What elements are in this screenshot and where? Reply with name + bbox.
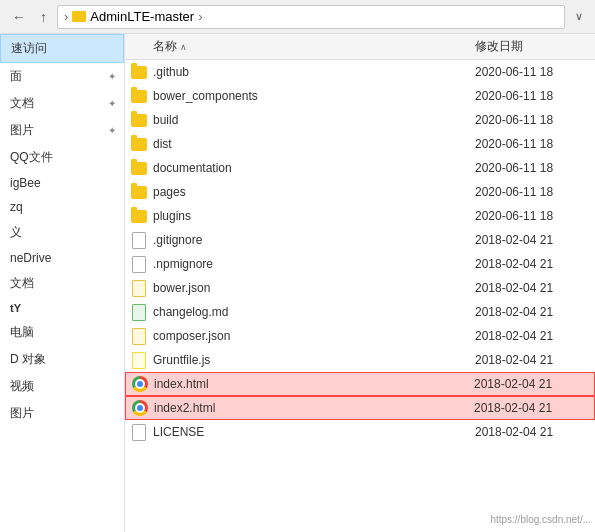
pin-icon: ✦ xyxy=(108,71,116,82)
sidebar-item-desktop[interactable]: 面 ✦ xyxy=(0,63,124,90)
sidebar-item-label: 视频 xyxy=(10,378,34,395)
sidebar-item-label: igBee xyxy=(10,176,41,190)
file-date: 2018-02-04 21 xyxy=(475,353,595,367)
up-button[interactable]: ↑ xyxy=(36,7,51,27)
gitignore-icon xyxy=(132,232,146,249)
col-name-header[interactable]: 名称 ∧ xyxy=(125,38,475,55)
sidebar-item-label: 图片 xyxy=(10,405,34,422)
file-date: 2018-02-04 21 xyxy=(474,377,594,391)
composer-json-icon xyxy=(132,328,146,345)
file-icon-area xyxy=(125,328,153,345)
file-name: .github xyxy=(153,65,475,79)
sidebar-item-docs2[interactable]: 文档 xyxy=(0,270,124,297)
folder-icon xyxy=(131,114,147,127)
table-row[interactable]: build 2020-06-11 18 xyxy=(125,108,595,132)
file-icon-area xyxy=(125,138,153,151)
file-name: bower.json xyxy=(153,281,475,295)
file-icon-area xyxy=(125,186,153,199)
table-row[interactable]: .npmignore 2018-02-04 21 xyxy=(125,252,595,276)
file-icon-area xyxy=(125,114,153,127)
table-row[interactable]: documentation 2020-06-11 18 xyxy=(125,156,595,180)
dropdown-button[interactable]: ∨ xyxy=(571,8,587,25)
file-icon-area xyxy=(125,304,153,321)
top-bar: ← ↑ › AdminLTE-master › ∨ xyxy=(0,0,595,34)
sidebar-item-bigbee[interactable]: igBee xyxy=(0,171,124,195)
sidebar-item-video[interactable]: 视频 xyxy=(0,373,124,400)
table-row[interactable]: dist 2020-06-11 18 xyxy=(125,132,595,156)
file-icon-area xyxy=(125,352,153,369)
table-row[interactable]: LICENSE 2018-02-04 21 xyxy=(125,420,595,444)
file-date: 2020-06-11 18 xyxy=(475,65,595,79)
file-name: .npmignore xyxy=(153,257,475,271)
file-date: 2020-06-11 18 xyxy=(475,161,595,175)
breadcrumb-separator: › xyxy=(64,9,68,24)
file-name: plugins xyxy=(153,209,475,223)
file-date: 2018-02-04 21 xyxy=(475,257,595,271)
file-icon-area xyxy=(125,162,153,175)
table-row[interactable]: index2.html 2018-02-04 21 xyxy=(125,396,595,420)
sidebar-item-ty[interactable]: tY xyxy=(0,297,124,319)
sidebar-item-label: 文档 xyxy=(10,95,34,112)
folder-icon xyxy=(131,66,147,79)
file-date: 2018-02-04 21 xyxy=(475,233,595,247)
file-name: pages xyxy=(153,185,475,199)
table-row[interactable]: pages 2020-06-11 18 xyxy=(125,180,595,204)
table-row[interactable]: bower_components 2020-06-11 18 xyxy=(125,84,595,108)
sidebar-item-label: 图片 xyxy=(10,122,34,139)
bower-json-icon xyxy=(132,280,146,297)
table-row[interactable]: plugins 2020-06-11 18 xyxy=(125,204,595,228)
folder-icon xyxy=(72,11,86,22)
sidebar-item-quick-access[interactable]: 速访问 xyxy=(0,34,124,63)
folder-icon xyxy=(131,210,147,223)
pin-icon: ✦ xyxy=(108,98,116,109)
table-row[interactable]: .gitignore 2018-02-04 21 xyxy=(125,228,595,252)
file-icon-area xyxy=(125,280,153,297)
file-list: .github 2020-06-11 18 bower_components 2… xyxy=(125,60,595,532)
sidebar-item-computer[interactable]: 电脑 xyxy=(0,319,124,346)
sidebar-item-pictures[interactable]: 图片 ✦ xyxy=(0,117,124,144)
breadcrumb[interactable]: › AdminLTE-master › xyxy=(57,5,565,29)
sidebar: 速访问 面 ✦ 文档 ✦ 图片 ✦ QQ文件 igBee zq xyxy=(0,34,125,532)
table-row[interactable]: index.html 2018-02-04 21 xyxy=(125,372,595,396)
back-button[interactable]: ← xyxy=(8,7,30,27)
file-icon-area xyxy=(126,400,154,416)
sidebar-item-d-object[interactable]: D 对象 xyxy=(0,346,124,373)
sidebar-item-label: 文档 xyxy=(10,275,34,292)
main-layout: 速访问 面 ✦ 文档 ✦ 图片 ✦ QQ文件 igBee zq xyxy=(0,34,595,532)
file-date: 2018-02-04 21 xyxy=(475,329,595,343)
sidebar-item-onedrive[interactable]: neDrive xyxy=(0,246,124,270)
table-row[interactable]: composer.json 2018-02-04 21 xyxy=(125,324,595,348)
file-date: 2020-06-11 18 xyxy=(475,137,595,151)
changelog-md-icon xyxy=(132,304,146,321)
sidebar-item-label: 面 xyxy=(10,68,22,85)
table-row[interactable]: bower.json 2018-02-04 21 xyxy=(125,276,595,300)
file-date: 2018-02-04 21 xyxy=(474,401,594,415)
gruntfile-js-icon xyxy=(132,352,146,369)
sidebar-item-docs[interactable]: 文档 ✦ xyxy=(0,90,124,117)
sort-arrow-icon: ∧ xyxy=(180,42,187,52)
sidebar-item-pictures2[interactable]: 图片 xyxy=(0,400,124,427)
sidebar-item-label: 速访问 xyxy=(11,40,47,57)
table-row[interactable]: Gruntfile.js 2018-02-04 21 xyxy=(125,348,595,372)
folder-icon xyxy=(131,162,147,175)
file-name: dist xyxy=(153,137,475,151)
sidebar-item-yi[interactable]: 义 xyxy=(0,219,124,246)
file-name: index.html xyxy=(154,377,474,391)
table-row[interactable]: changelog.md 2018-02-04 21 xyxy=(125,300,595,324)
table-row[interactable]: .github 2020-06-11 18 xyxy=(125,60,595,84)
col-date-header[interactable]: 修改日期 xyxy=(475,38,595,55)
sidebar-item-zq[interactable]: zq xyxy=(0,195,124,219)
sidebar-item-label: 电脑 xyxy=(10,324,34,341)
sidebar-item-label: zq xyxy=(10,200,23,214)
file-icon-area xyxy=(125,424,153,441)
file-name: documentation xyxy=(153,161,475,175)
file-date: 2020-06-11 18 xyxy=(475,209,595,223)
file-name: LICENSE xyxy=(153,425,475,439)
sidebar-item-qq[interactable]: QQ文件 xyxy=(0,144,124,171)
col-name-label: 名称 xyxy=(153,38,177,55)
file-name: index2.html xyxy=(154,401,474,415)
pin-icon: ✦ xyxy=(108,125,116,136)
content-area: 名称 ∧ 修改日期 .github 2020-06-11 18 bower_co… xyxy=(125,34,595,532)
file-name: Gruntfile.js xyxy=(153,353,475,367)
license-icon xyxy=(132,424,146,441)
